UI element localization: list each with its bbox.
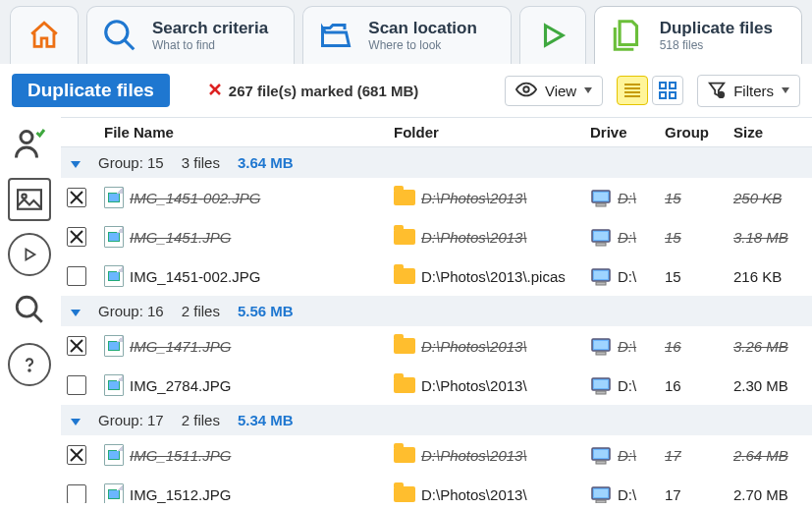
magnifier-icon [101,17,138,54]
table-row[interactable]: IMG_1451-002.JPGD:\Photos\2013\.picasD:\… [61,256,812,296]
file-name: IMG_1451-002.JPG [130,190,260,206]
row-checkbox[interactable] [67,375,86,395]
toolbar: Duplicate files 267 file(s) marked (681 … [0,64,812,117]
side-rail [0,117,61,503]
column-size[interactable]: Size [728,118,812,146]
file-name: IMG_1451.JPG [130,229,231,246]
table-header: File Name Folder Drive Group Size [61,118,812,147]
row-checkbox[interactable] [67,227,86,247]
scan-location-sub: Where to look [368,38,477,52]
svg-rect-33 [594,232,608,240]
image-file-icon [104,374,124,396]
group-size: 5.34 MB [238,412,294,428]
duplicate-files-tab[interactable]: Duplicate files 518 files [594,6,802,64]
search-criteria-tab[interactable]: Search criteria What to find [86,6,295,64]
group-number: 15 [665,268,681,285]
caret-down-icon [71,303,81,319]
folder-icon [394,190,415,205]
drive-letter: D:\ [618,447,636,464]
svg-marker-2 [545,26,563,45]
file-size: 250 KB [733,190,782,206]
svg-rect-13 [670,92,676,98]
monitor-icon [590,485,612,503]
image-file-icon [104,444,124,466]
search-button[interactable] [8,288,51,331]
chevron-down-icon [584,87,592,93]
group-label: Group: 16 [98,303,164,319]
drive-letter: D:\ [618,338,636,355]
file-size: 2.64 MB [733,447,788,464]
column-check[interactable] [61,118,98,146]
drive-letter: D:\ [618,229,636,246]
table-row[interactable]: IMG_2784.JPGD:\Photos\2013\D:\162.30 MB [61,366,812,405]
svg-rect-63 [594,489,608,497]
drive-letter: D:\ [618,268,636,285]
folder-icon [394,338,415,354]
table-row[interactable]: IMG_1451.JPGD:\Photos\2013\D:\153.18 MB [61,217,812,256]
search-criteria-sub: What to find [152,38,268,52]
grid-view-button[interactable] [652,76,683,105]
svg-point-0 [106,22,128,43]
group-label: Group: 15 [98,154,164,171]
row-checkbox[interactable] [67,266,86,286]
svg-rect-28 [596,203,606,206]
column-drive[interactable]: Drive [584,118,659,146]
svg-rect-11 [670,83,676,88]
file-size: 216 KB [733,268,782,285]
folder-path: D:\Photos\2013\.picas [421,268,566,285]
group-number: 16 [665,377,681,394]
scan-location-tab[interactable]: Scan location Where to look [302,6,511,64]
folder-icon [394,268,415,284]
monitor-icon [590,446,612,464]
table-row[interactable]: IMG_1511.JPGD:\Photos\2013\D:\172.64 MB [61,435,812,475]
table-body: Group: 153 files3.64 MBIMG_1451-002.JPGD… [61,147,812,503]
folder-icon [394,229,415,245]
file-size: 2.30 MB [733,377,788,394]
main-area: File Name Folder Drive Group Size Group:… [0,117,812,503]
run-scan-tab[interactable] [519,6,586,64]
folder-open-icon [317,17,354,54]
file-name: IMG_1471.JPG [130,338,231,355]
column-filename[interactable]: File Name [98,118,388,146]
search-criteria-title: Search criteria [152,19,268,38]
table-row[interactable]: IMG_1512.JPGD:\Photos\2013\D:\172.70 MB [61,475,812,503]
duplicate-files-title: Duplicate files [660,19,773,38]
image-file-icon [104,265,124,287]
row-checkbox[interactable] [67,445,86,465]
group-header[interactable]: Group: 162 files5.56 MB [61,296,812,326]
help-button[interactable] [8,343,51,386]
file-name: IMG_1512.JPG [130,486,231,503]
group-header[interactable]: Group: 153 files3.64 MB [61,147,812,178]
row-checkbox[interactable] [67,484,86,503]
svg-rect-34 [596,243,606,246]
play-preview-button[interactable] [8,233,51,276]
image-file-icon [104,483,124,503]
group-size: 5.56 MB [238,303,294,319]
duplicate-files-icon [609,17,646,54]
column-folder[interactable]: Folder [388,118,584,146]
row-checkbox[interactable] [67,336,86,356]
select-assistant-button[interactable] [8,123,51,166]
image-preview-button[interactable] [8,178,51,221]
view-dropdown[interactable]: View [505,76,603,106]
svg-point-22 [28,369,30,371]
svg-rect-52 [596,391,606,394]
duplicate-files-sub: 518 files [660,38,773,52]
table-row[interactable]: IMG_1451-002.JPGD:\Photos\2013\D:\15250 … [61,178,812,217]
file-name: IMG_2784.JPG [130,377,231,394]
column-group[interactable]: Group [659,118,728,146]
scan-location-title: Scan location [368,19,477,38]
list-view-button[interactable] [617,76,648,105]
svg-rect-57 [594,450,608,458]
svg-rect-12 [660,92,666,98]
home-tab[interactable] [10,6,79,64]
row-checkbox[interactable] [67,188,86,207]
table-row[interactable]: IMG_1471.JPGD:\Photos\2013\D:\163.26 MB [61,326,812,366]
play-icon [534,17,571,54]
group-header[interactable]: Group: 172 files5.34 MB [61,405,812,435]
svg-line-1 [125,40,135,50]
drive-letter: D:\ [618,486,636,503]
page-title: Duplicate files [12,74,170,107]
svg-point-5 [523,86,529,92]
filters-dropdown[interactable]: 0 Filters [697,75,800,107]
